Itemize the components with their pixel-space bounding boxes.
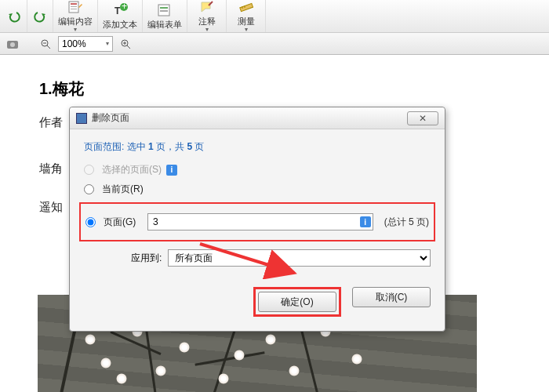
- annotate-icon: [199, 0, 215, 15]
- svg-line-19: [127, 45, 130, 49]
- tool-edit-content[interactable]: 编辑内容▾: [53, 0, 98, 32]
- highlight-box: 确定(O): [253, 287, 341, 317]
- info-icon[interactable]: i: [360, 216, 371, 227]
- option-selected-pages: 选择的页面(S) i: [84, 163, 431, 176]
- dialog-titlebar[interactable]: 删除页面 ✕: [70, 107, 445, 129]
- svg-point-14: [10, 42, 15, 47]
- svg-line-16: [47, 45, 50, 49]
- page-input-wrapper: i: [147, 213, 373, 230]
- ok-button[interactable]: 确定(O): [258, 292, 336, 312]
- radio-selected: [84, 165, 94, 175]
- zoom-in-icon: [120, 38, 131, 49]
- svg-rect-3: [71, 9, 77, 9]
- zoom-out-icon: [40, 38, 51, 49]
- close-button[interactable]: ✕: [407, 111, 438, 125]
- tool-add-text[interactable]: T+添加文本: [98, 0, 143, 32]
- highlight-box: 页面(G) i (总计 5 页): [79, 202, 435, 241]
- total-pages-label: (总计 5 页): [384, 216, 429, 229]
- tool-edit-form[interactable]: 编辑表单: [143, 0, 187, 32]
- dialog-title: 删除页面: [92, 111, 407, 125]
- svg-rect-8: [160, 7, 168, 9]
- tool-undo[interactable]: [2, 0, 27, 32]
- apply-label: 应用到:: [131, 252, 162, 265]
- svg-rect-9: [160, 10, 168, 12]
- option-pages[interactable]: 页面(G) i (总计 5 页): [85, 213, 429, 230]
- close-icon: ✕: [419, 113, 427, 124]
- edit-form-icon: [157, 2, 173, 18]
- zoom-out-button[interactable]: [36, 35, 55, 53]
- dropdown-icon: ▾: [245, 26, 248, 33]
- add-text-icon: T+: [112, 2, 128, 18]
- svg-rect-1: [71, 3, 77, 5]
- redo-icon: [32, 9, 48, 24]
- measure-icon: [238, 0, 254, 15]
- radio-pages[interactable]: [85, 217, 96, 227]
- main-toolbar: 编辑内容▾ T+添加文本 编辑表单 注释▾ 测量▾: [0, 0, 549, 33]
- tool-redo[interactable]: [27, 0, 53, 32]
- zoom-in-button[interactable]: [116, 35, 135, 53]
- tool-annotate[interactable]: 注释▾: [187, 0, 227, 32]
- snapshot-button[interactable]: [3, 35, 22, 53]
- option-current-page[interactable]: 当前页(R): [84, 183, 431, 196]
- edit-content-icon: [67, 0, 83, 15]
- page-input[interactable]: [148, 216, 358, 227]
- camera-icon: [6, 38, 19, 49]
- svg-text:+: +: [122, 2, 127, 12]
- radio-current[interactable]: [84, 184, 94, 194]
- undo-icon: [6, 9, 22, 24]
- cancel-button[interactable]: 取消(C): [352, 287, 431, 307]
- page-range-label: 页面范围: 选中 1 页，共 5 页: [84, 140, 431, 154]
- delete-pages-dialog: 删除页面 ✕ 页面范围: 选中 1 页，共 5 页 选择的页面(S) i 当前页…: [69, 107, 445, 332]
- dropdown-icon: ▾: [74, 26, 77, 33]
- tool-measure[interactable]: 测量▾: [227, 0, 266, 32]
- svg-rect-10: [239, 3, 253, 11]
- dialog-icon: [76, 113, 87, 124]
- svg-rect-2: [71, 6, 77, 7]
- sub-toolbar: 100%▾: [0, 33, 549, 55]
- doc-title: 1.梅花: [39, 78, 518, 100]
- zoom-input[interactable]: 100%▾: [58, 36, 113, 52]
- apply-select[interactable]: 所有页面: [168, 249, 431, 267]
- info-icon[interactable]: i: [166, 165, 177, 176]
- svg-text:T: T: [115, 5, 121, 16]
- dropdown-icon: ▾: [205, 26, 209, 33]
- apply-to-row: 应用到: 所有页面: [131, 249, 431, 267]
